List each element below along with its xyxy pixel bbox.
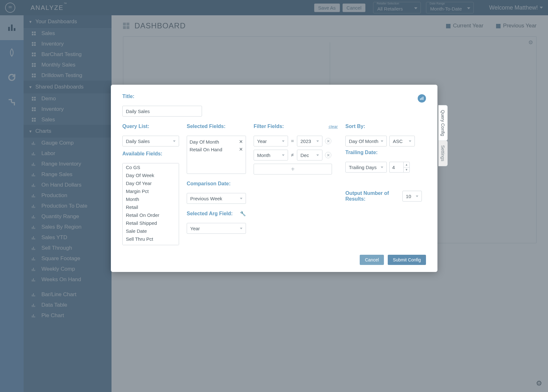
available-field-item[interactable]: Co GS [123, 163, 179, 171]
title-input[interactable] [122, 106, 202, 117]
available-field-item[interactable]: Day Of Week [123, 171, 179, 179]
available-field-item[interactable]: Retail [123, 203, 179, 211]
stepper-up-icon[interactable]: ▲ [404, 162, 409, 167]
available-field-item[interactable]: Margin Pct [123, 187, 179, 195]
filter-field-select[interactable]: Month [254, 150, 288, 160]
available-field-item[interactable]: Retail On Order [123, 211, 179, 219]
output-number-select[interactable]: 10 [402, 191, 422, 202]
modal-cancel-button[interactable]: Cancel [360, 255, 384, 265]
caret-down-icon [282, 140, 285, 142]
available-field-item[interactable]: Units Discarded [123, 243, 179, 245]
remove-field-icon[interactable]: ✕ [239, 146, 243, 152]
filter-row: Year=2023✕ [254, 136, 338, 146]
selected-arg-field-label: Selected Arg Field: [187, 211, 233, 217]
svg-rect-87 [422, 97, 422, 100]
sort-direction-select[interactable]: ASC [389, 136, 415, 146]
caret-down-icon [240, 198, 242, 199]
caret-down-icon [316, 140, 319, 142]
selected-fields-box: Day Of Month✕Retail On Hand✕ [187, 136, 246, 174]
remove-filter-icon[interactable]: ✕ [325, 138, 331, 144]
caret-down-icon [173, 140, 176, 142]
selected-field-row: Day Of Month✕ [190, 138, 243, 146]
tab-settings[interactable]: Settings [438, 140, 448, 166]
selected-fields-label: Selected Fields: [187, 124, 246, 129]
svg-rect-88 [423, 97, 423, 100]
filter-fields-label: Filter Fields: [254, 124, 284, 129]
filter-value-select[interactable]: Dec [297, 150, 322, 160]
trailing-value-stepper[interactable]: ▲▼ [389, 162, 410, 173]
available-fields-label: Available Fields: [122, 151, 179, 157]
available-field-item[interactable]: Month [123, 195, 179, 203]
modal-submit-button[interactable]: Submit Config [388, 255, 426, 265]
sort-field-select[interactable]: Day Of Month [345, 136, 387, 146]
svg-rect-86 [420, 98, 421, 100]
filter-field-select[interactable]: Year [254, 136, 288, 146]
filter-operator: ≠ [291, 152, 294, 158]
modal-side-tabs: Query Config Settings [438, 105, 448, 166]
remove-field-icon[interactable]: ✕ [239, 139, 243, 145]
filter-operator: = [291, 138, 294, 144]
caret-down-icon [416, 196, 418, 197]
trailing-value-input[interactable] [389, 162, 403, 173]
caret-down-icon [282, 154, 285, 156]
preview-icon[interactable] [418, 94, 426, 103]
filter-row: Month≠Dec✕ [254, 150, 338, 160]
available-field-item[interactable]: Sell Thru Pct [123, 235, 179, 243]
trailing-type-select[interactable]: Trailing Days [345, 162, 387, 173]
comparison-date-label: Comparison Date: [187, 181, 246, 187]
caret-down-icon [240, 228, 242, 229]
clear-filters-link[interactable]: clear [329, 124, 338, 129]
query-list-label: Query List: [122, 124, 179, 129]
selected-arg-field-select[interactable]: Year [187, 223, 246, 234]
available-field-item[interactable]: Sale Date [123, 227, 179, 235]
title-label: Title: [122, 94, 426, 99]
available-field-item[interactable]: Retail Shipped [123, 219, 179, 227]
caret-down-icon [316, 154, 319, 156]
tab-query-config[interactable]: Query Config [438, 105, 448, 141]
filter-value-select[interactable]: 2023 [297, 136, 322, 146]
caret-down-icon [409, 140, 411, 142]
selected-field-label: Day Of Month [190, 139, 219, 145]
selected-field-row: Retail On Hand✕ [190, 146, 243, 153]
stepper-down-icon[interactable]: ▼ [404, 167, 409, 173]
remove-filter-icon[interactable]: ✕ [325, 152, 331, 158]
available-fields-listbox[interactable]: Co GSDay Of WeekDay Of YearMargin PctMon… [122, 163, 179, 245]
add-filter-button[interactable]: + [254, 164, 332, 175]
modal-footer: Cancel Submit Config [122, 255, 426, 265]
caret-down-icon [381, 140, 383, 142]
caret-down-icon [381, 167, 383, 168]
selected-field-label: Retail On Hand [190, 147, 222, 152]
comparison-date-select[interactable]: Previous Week [187, 193, 246, 204]
available-field-item[interactable]: Day Of Year [123, 179, 179, 187]
query-list-select[interactable]: Daily Sales [122, 136, 179, 146]
wrench-icon[interactable]: 🔧 [240, 211, 246, 217]
query-config-modal: Query Config Settings Title: Query List:… [111, 85, 437, 272]
sort-by-label: Sort By: [345, 124, 422, 129]
trailing-date-label: Trailing Date: [345, 150, 422, 155]
output-number-label: Output Number of Results: [345, 190, 399, 202]
